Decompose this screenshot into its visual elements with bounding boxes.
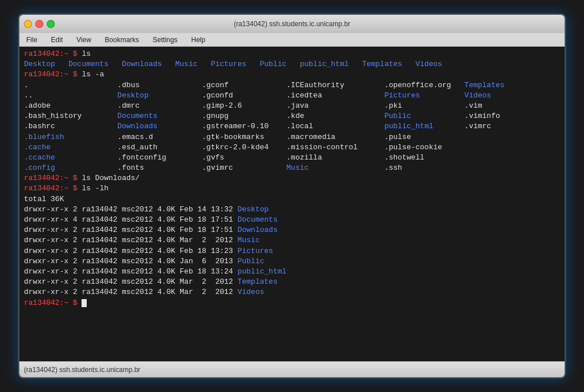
dir-videos-1: Videos	[464, 91, 491, 100]
window-title: (ra134042) ssh.students.ic.unicamp.br	[234, 20, 350, 28]
prompt-5: ra134042:~ $	[24, 299, 82, 307]
dir-documents-lh: Documents	[237, 215, 277, 224]
dir-cache: .cache	[24, 143, 51, 152]
ls-lh-downloads: drwxr-xr-x 2 ra134042 msc2012 4.0K Feb 1…	[24, 226, 237, 234]
ls-a-output: . .dbus .gconf .ICEauthority .openoffice…	[24, 81, 464, 89]
titlebar: (ra134042) ssh.students.ic.unicamp.br	[19, 15, 565, 33]
ls-lh-videos: drwxr-xr-x 2 ra134042 msc2012 4.0K Mar 2…	[24, 288, 237, 296]
dir-desktop-1: Desktop	[117, 91, 149, 100]
dir-ccache: .ccache	[24, 153, 55, 162]
menu-bookmarks[interactable]: Bookmarks	[103, 35, 141, 45]
ls-lh-pictures: drwxr-xr-x 2 ra134042 msc2012 4.0K Feb 1…	[24, 247, 237, 255]
ls-a-output-2: ..	[24, 91, 117, 100]
cmd-2: ls -a	[82, 70, 104, 79]
prompt-1: ra134042:~ $	[24, 50, 82, 58]
menubar: File Edit View Bookmarks Settings Help	[19, 33, 565, 47]
ls-lh-music: drwxr-xr-x 2 ra134042 msc2012 4.0K Mar 2…	[24, 236, 237, 244]
prompt-3: ra134042:~ $	[24, 174, 82, 182]
dir-public-html-lh: public_html	[237, 267, 286, 276]
dir-music-1: Music	[286, 164, 309, 172]
ls-output: Desktop Documents Downloads Music Pictur…	[24, 60, 442, 68]
ls-lh-public: drwxr-xr-x 2 ra134042 msc2012 4.0K Jan 6…	[24, 257, 237, 266]
bottom-bar: (ra134042) ssh.students.ic.unicamp.br	[19, 361, 565, 377]
terminal-area[interactable]: ra134042:~ $ ls Desktop Documents Downlo…	[19, 47, 565, 361]
ls-a-bash_history: .bash_history	[24, 112, 117, 120]
dir-public-1: Public	[384, 112, 411, 120]
cmd-4: ls -lh	[82, 184, 108, 193]
dir-pictures-1: Pictures	[384, 91, 420, 100]
menu-file[interactable]: File	[24, 35, 39, 45]
bottom-title: (ra134042) ssh.students.ic.unicamp.br	[24, 366, 140, 374]
dir-music-lh: Music	[237, 236, 259, 244]
dir-downloads-lh: Downloads	[237, 226, 277, 234]
ls-lh-documents: drwxr-xr-x 4 ra134042 msc2012 4.0K Feb 1…	[24, 215, 237, 224]
ls-lh-public_html: drwxr-xr-x 2 ra134042 msc2012 4.0K Feb 1…	[24, 267, 237, 276]
total-line: total 36K	[24, 195, 64, 203]
maximize-button[interactable]	[47, 20, 55, 28]
menu-edit[interactable]: Edit	[48, 35, 65, 45]
ls-a-adobe: .adobe .dmrc .gimp-2.6 .java .pki .vim	[24, 101, 482, 110]
cmd-1: ls	[82, 50, 91, 58]
dir-pictures-lh: Pictures	[237, 247, 273, 255]
close-button[interactable]	[35, 20, 43, 28]
minimize-button[interactable]	[24, 20, 32, 28]
dir-bluefish: .bluefish	[24, 133, 64, 141]
cmd-3: ls Downloads/	[82, 174, 139, 182]
ls-lh-templates: drwxr-xr-x 2 ra134042 msc2012 4.0K Mar 2…	[24, 277, 237, 286]
dir-desktop-lh: Desktop	[237, 205, 269, 214]
dir-templates-lh: Templates	[237, 277, 277, 286]
terminal-window: (ra134042) ssh.students.ic.unicamp.br Fi…	[18, 14, 566, 378]
menu-view[interactable]: View	[74, 35, 94, 45]
dir-documents-1: Documents	[117, 112, 157, 120]
dir-downloads-1: Downloads	[117, 122, 157, 130]
window-controls[interactable]	[24, 20, 55, 28]
dir-templates-1: Templates	[464, 81, 504, 89]
dir-config: .config	[24, 164, 55, 172]
dir-videos-lh: Videos	[237, 288, 264, 296]
menu-help[interactable]: Help	[189, 35, 208, 45]
dir-public-lh: Public	[237, 257, 264, 266]
terminal-cursor	[82, 299, 87, 307]
menu-settings[interactable]: Settings	[151, 35, 180, 45]
prompt-2: ra134042:~ $	[24, 70, 82, 79]
prompt-4: ra134042:~ $	[24, 184, 82, 193]
ls-a-bashrc: .bashrc	[24, 122, 117, 130]
ls-lh-desktop: drwxr-xr-x 2 ra134042 msc2012 4.0K Feb 1…	[24, 205, 237, 214]
dir-public_html-1: public_html	[384, 122, 433, 130]
